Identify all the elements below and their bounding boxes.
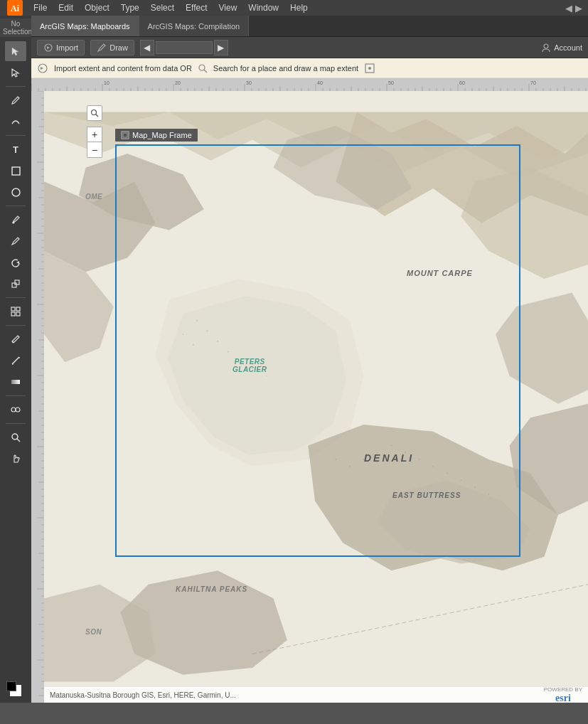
next-arrow[interactable]: ▶ bbox=[214, 40, 228, 55]
tool-rectangle[interactable] bbox=[5, 161, 26, 181]
menu-bar: Ai File Edit Object Type Select Effect V… bbox=[0, 0, 588, 16]
tool-pencil[interactable] bbox=[5, 231, 26, 251]
label-son: SON bbox=[85, 628, 102, 636]
map-area[interactable]: Map_Map Frame + − M bbox=[44, 91, 588, 703]
menu-file[interactable]: File bbox=[28, 1, 52, 14]
svg-text:Ai: Ai bbox=[11, 4, 20, 14]
svg-text:50: 50 bbox=[388, 80, 394, 85]
svg-point-202 bbox=[207, 330, 208, 331]
svg-rect-8 bbox=[16, 307, 20, 311]
account-icon bbox=[541, 43, 551, 53]
extent-icon bbox=[364, 63, 375, 74]
menu-object[interactable]: Object bbox=[80, 1, 114, 14]
svg-line-12 bbox=[12, 357, 19, 364]
svg-rect-10 bbox=[16, 312, 20, 316]
svg-line-227 bbox=[96, 115, 99, 117]
tool-type[interactable]: T bbox=[5, 139, 26, 159]
menu-type[interactable]: Type bbox=[116, 1, 144, 14]
svg-rect-225 bbox=[123, 133, 127, 137]
ruler-left-svg bbox=[31, 91, 44, 703]
tool-eyedropper[interactable] bbox=[5, 329, 26, 349]
svg-point-226 bbox=[92, 110, 97, 115]
svg-point-26 bbox=[368, 67, 371, 70]
tool-measure[interactable] bbox=[5, 351, 26, 371]
attribution-text: Matanuska-Susitna Borough GIS, Esri, HER… bbox=[50, 691, 236, 699]
svg-point-16 bbox=[11, 408, 16, 412]
map-search-icon bbox=[90, 109, 99, 117]
tab-compilation[interactable]: ArcGIS Maps: Compilation bbox=[139, 16, 250, 36]
svg-text:40: 40 bbox=[317, 80, 323, 85]
map-frame-label: Map_Map Frame bbox=[115, 129, 198, 142]
menu-effect[interactable]: Effect bbox=[181, 1, 212, 14]
svg-point-217 bbox=[488, 494, 489, 495]
ruler-top-svg: ruler ticks 10203040506070 bbox=[31, 78, 588, 91]
tool-separator-6 bbox=[6, 395, 26, 396]
tool-direct-select[interactable] bbox=[5, 63, 26, 82]
content-area: ArcGIS Maps: Mapboards ArcGIS Maps: Comp… bbox=[31, 16, 588, 703]
draw-icon bbox=[97, 43, 107, 53]
tool-hand[interactable] bbox=[5, 449, 26, 469]
menu-select[interactable]: Select bbox=[146, 1, 179, 14]
tool-select[interactable] bbox=[5, 41, 26, 61]
menu-view[interactable]: View bbox=[214, 1, 242, 14]
label-kahiltna-peaks: KAHILTNA PEAKS bbox=[176, 585, 247, 593]
svg-point-209 bbox=[193, 344, 194, 346]
svg-point-4 bbox=[13, 222, 15, 224]
tool-ellipse[interactable] bbox=[5, 182, 26, 202]
svg-point-3 bbox=[12, 188, 20, 196]
map-zoom-controls: + − bbox=[87, 105, 102, 158]
import-icon bbox=[43, 43, 53, 53]
info-bar-message: Import extent and content from data OR bbox=[54, 64, 192, 73]
svg-rect-5 bbox=[12, 283, 16, 287]
tool-separator-2 bbox=[6, 135, 26, 136]
canvas-wrap: ruler ticks 10203040506070 bbox=[31, 78, 588, 703]
draw-button[interactable]: Draw bbox=[90, 40, 134, 55]
svg-rect-15 bbox=[11, 380, 20, 384]
window-control-back[interactable]: ◀ bbox=[565, 3, 572, 14]
tool-separator-7 bbox=[6, 423, 26, 424]
menu-help[interactable]: Help bbox=[285, 1, 313, 14]
menu-window[interactable]: Window bbox=[243, 1, 284, 14]
window-control-forward[interactable]: ▶ bbox=[575, 3, 582, 14]
map-canvas: Map_Map Frame + − M bbox=[44, 91, 588, 703]
svg-point-213 bbox=[432, 466, 434, 467]
selection-label: No Selection bbox=[0, 18, 31, 37]
import-button[interactable]: Import bbox=[37, 40, 85, 55]
label-peters-glacier: PetersGlacier bbox=[232, 358, 267, 373]
tool-pen[interactable] bbox=[5, 90, 26, 110]
tool-zoom[interactable] bbox=[5, 427, 26, 447]
svg-point-18 bbox=[12, 434, 18, 440]
svg-point-23 bbox=[199, 65, 205, 70]
attribution-bar: Matanuska-Susitna Borough GIS, Esri, HER… bbox=[44, 687, 588, 703]
label-east-buttress: EAST BUTTRESS bbox=[392, 491, 461, 499]
svg-text:30: 30 bbox=[246, 80, 252, 85]
tool-rotate[interactable] bbox=[5, 252, 26, 272]
ruler-v-wrap: Map_Map Frame + − M bbox=[31, 91, 588, 703]
tool-grid[interactable] bbox=[5, 302, 26, 321]
tool-separator-5 bbox=[6, 325, 26, 326]
tool-curvature[interactable] bbox=[5, 112, 26, 132]
account-button[interactable]: Account bbox=[541, 43, 582, 53]
svg-rect-224 bbox=[122, 132, 129, 139]
tool-scale[interactable] bbox=[5, 274, 26, 294]
tool-blend[interactable] bbox=[5, 400, 26, 420]
menu-edit[interactable]: Edit bbox=[53, 1, 78, 14]
tool-paintbrush[interactable] bbox=[5, 210, 26, 230]
map-search-btn[interactable] bbox=[87, 105, 102, 121]
zoom-in-btn[interactable]: + bbox=[87, 127, 102, 142]
svg-point-221 bbox=[335, 459, 336, 460]
tool-separator-4 bbox=[6, 297, 26, 298]
svg-point-223 bbox=[225, 327, 336, 452]
frame-icon bbox=[121, 131, 129, 139]
svg-point-208 bbox=[182, 334, 183, 335]
label-ome: OME bbox=[85, 193, 102, 201]
plugin-header: Import Draw ◀ ▶ Account bbox=[31, 37, 588, 58]
tool-gradient[interactable] bbox=[5, 372, 26, 392]
zoom-out-btn[interactable]: − bbox=[87, 142, 102, 158]
tab-mapboards[interactable]: ArcGIS Maps: Mapboards bbox=[31, 16, 139, 36]
app-logo: Ai bbox=[6, 0, 24, 16]
color-fill[interactable] bbox=[9, 684, 22, 697]
draw-input[interactable] bbox=[156, 41, 213, 54]
info-bar: Import extent and content from data OR S… bbox=[31, 58, 588, 78]
prev-arrow[interactable]: ◀ bbox=[140, 40, 154, 55]
